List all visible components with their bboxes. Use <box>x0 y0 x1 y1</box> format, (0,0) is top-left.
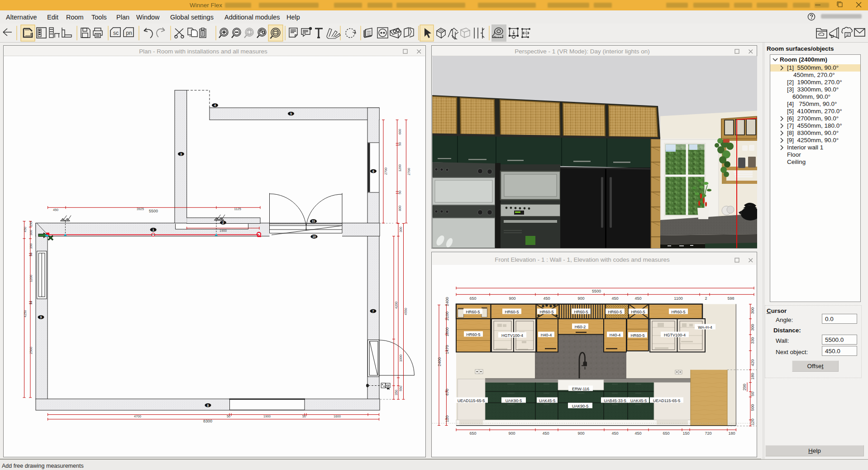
svg-text:1470: 1470 <box>445 345 449 354</box>
svg-text:150: 150 <box>29 221 33 227</box>
svg-text:UEAD115-65-5: UEAD115-65-5 <box>653 398 680 403</box>
svg-text:HR60-5: HR60-5 <box>608 310 622 314</box>
svg-text:50: 50 <box>750 392 755 396</box>
svg-text:10: 10 <box>312 235 316 238</box>
svg-text:HGTV100-4: HGTV100-4 <box>501 333 523 338</box>
svg-text:720: 720 <box>705 431 711 436</box>
svg-text:[9] 4250mm, 90.0°: [9] 4250mm, 90.0° <box>787 137 839 144</box>
svg-text:sc: sc <box>113 30 119 36</box>
svg-text:WA-H-4: WA-H-4 <box>698 325 712 330</box>
svg-text:50: 50 <box>29 253 33 256</box>
svg-text:H40-4: H40-4 <box>541 333 552 337</box>
svg-text:Ceiling: Ceiling <box>787 158 806 165</box>
svg-text:Room (2400mm): Room (2400mm) <box>780 56 827 63</box>
svg-text:670: 670 <box>445 388 449 395</box>
svg-text:2560: 2560 <box>29 347 33 354</box>
svg-text:[1] 5500mm, 90.0°: [1] 5500mm, 90.0° <box>787 64 839 71</box>
svg-text:420: 420 <box>750 359 755 366</box>
svg-text:120: 120 <box>750 418 755 425</box>
svg-text:4250: 4250 <box>23 310 27 317</box>
svg-text:650: 650 <box>469 296 476 301</box>
svg-text:3: 3 <box>180 153 182 156</box>
svg-text:600: 600 <box>398 129 402 134</box>
svg-text:450: 450 <box>634 296 641 301</box>
svg-text:HR60-5: HR60-5 <box>630 333 644 338</box>
svg-text:4700: 4700 <box>134 414 141 418</box>
svg-text:120: 120 <box>445 415 449 422</box>
svg-text:11: 11 <box>312 220 315 223</box>
svg-text:1100: 1100 <box>674 296 682 301</box>
svg-text:900: 900 <box>508 431 515 436</box>
svg-text:2400: 2400 <box>437 357 442 366</box>
svg-text:[4] 750mm, 90.0°: [4] 750mm, 90.0° <box>787 101 837 107</box>
svg-text:300: 300 <box>29 230 33 235</box>
svg-text:2700: 2700 <box>384 168 388 175</box>
svg-text:UAK45-5: UAK45-5 <box>630 398 647 403</box>
svg-text:600mm, 90.0°: 600mm, 90.0° <box>792 93 830 100</box>
svg-text:450: 450 <box>611 296 618 301</box>
svg-text:1000: 1000 <box>399 355 403 362</box>
svg-text:150: 150 <box>682 431 689 436</box>
svg-text:[2] 1900mm, 270.0°: [2] 1900mm, 270.0° <box>787 79 842 86</box>
svg-text:1900: 1900 <box>219 229 227 233</box>
svg-text:HR60-5: HR60-5 <box>574 310 588 314</box>
svg-text:[8] 8300mm, 90.0°: [8] 8300mm, 90.0° <box>787 129 839 136</box>
svg-text:UAB45-33-5: UAB45-33-5 <box>604 398 626 403</box>
svg-text:300: 300 <box>750 307 755 314</box>
svg-text:1900: 1900 <box>263 414 271 418</box>
svg-text:450: 450 <box>634 431 641 436</box>
svg-text:HR60-5: HR60-5 <box>539 310 553 314</box>
svg-text:8: 8 <box>207 404 209 407</box>
svg-text:1125: 1125 <box>234 207 241 211</box>
svg-text:50: 50 <box>29 301 33 305</box>
svg-text:ERW-116: ERW-116 <box>572 387 589 391</box>
svg-text:450: 450 <box>543 296 550 301</box>
svg-text:900: 900 <box>509 296 515 301</box>
svg-text:Interior wall 1: Interior wall 1 <box>787 144 823 151</box>
svg-text:1600: 1600 <box>334 414 341 418</box>
svg-text:180: 180 <box>728 431 735 436</box>
svg-text:200: 200 <box>742 384 747 390</box>
svg-text:1200: 1200 <box>398 164 402 172</box>
svg-text:[3] 3300mm, 90.0°: [3] 3300mm, 90.0° <box>787 86 839 93</box>
svg-text:450: 450 <box>542 431 549 436</box>
svg-text:50: 50 <box>302 414 306 418</box>
svg-text:5: 5 <box>290 112 292 115</box>
svg-text:450: 450 <box>53 208 58 212</box>
svg-text:5500: 5500 <box>592 289 601 293</box>
svg-text:UAK90-5: UAK90-5 <box>506 398 522 403</box>
svg-text:1200: 1200 <box>29 275 33 282</box>
svg-text:1: 1 <box>153 228 154 231</box>
svg-text:4200: 4200 <box>394 302 398 309</box>
svg-text:2: 2 <box>222 221 224 224</box>
svg-text:450: 450 <box>611 431 618 436</box>
svg-text:HR60-5: HR60-5 <box>631 310 645 314</box>
svg-text:50: 50 <box>398 191 402 194</box>
svg-text:2: 2 <box>705 296 707 301</box>
svg-text:900: 900 <box>577 296 584 301</box>
svg-text:650: 650 <box>469 431 476 436</box>
svg-text:180: 180 <box>750 373 755 379</box>
svg-text:450mm, 270.0°: 450mm, 270.0° <box>793 72 835 78</box>
svg-text:4: 4 <box>214 104 216 107</box>
svg-text:330: 330 <box>750 337 755 344</box>
svg-text:550: 550 <box>399 386 403 391</box>
svg-text:[6] 2700mm, 90.0°: [6] 2700mm, 90.0° <box>787 115 839 122</box>
svg-text:2100: 2100 <box>445 312 449 321</box>
svg-text:HR60-5: HR60-5 <box>466 310 480 314</box>
svg-text:HR60-5: HR60-5 <box>505 310 519 314</box>
svg-text:1800: 1800 <box>445 327 449 336</box>
svg-text:UEAD115-65-5: UEAD115-65-5 <box>458 398 485 403</box>
svg-text:800: 800 <box>398 206 402 211</box>
svg-text:UAK45-5: UAK45-5 <box>539 398 556 403</box>
svg-text:2400: 2400 <box>445 297 449 306</box>
svg-text:[5] 4100mm, 270.0°: [5] 4100mm, 270.0° <box>787 108 842 115</box>
svg-text:9: 9 <box>40 316 42 319</box>
svg-text:H40-4: H40-4 <box>610 333 621 337</box>
svg-text:300: 300 <box>750 324 755 331</box>
svg-text:UAK90-5: UAK90-5 <box>572 404 589 408</box>
svg-text:650: 650 <box>663 431 669 436</box>
svg-text:5500: 5500 <box>149 209 158 213</box>
svg-text:50: 50 <box>227 414 230 418</box>
svg-text:[7] 4550mm, 180.0°: [7] 4550mm, 180.0° <box>787 122 842 129</box>
